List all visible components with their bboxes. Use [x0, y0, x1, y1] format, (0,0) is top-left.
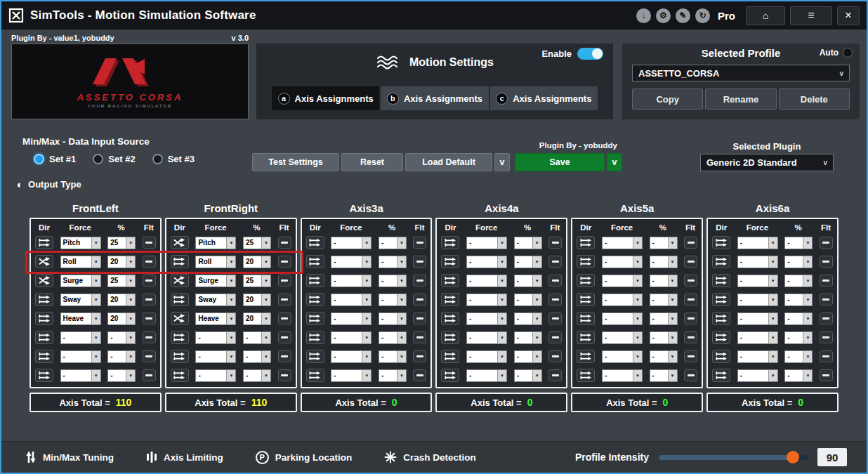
refresh-icon[interactable]: ↻	[695, 8, 710, 23]
force-select[interactable]: - ▼	[737, 294, 778, 306]
radio-icon[interactable]	[34, 154, 44, 164]
direction-toggle-button[interactable]	[441, 236, 459, 249]
force-select[interactable]: Pitch ▼	[195, 237, 236, 249]
force-select[interactable]: - ▼	[331, 312, 371, 325]
filter-button[interactable]	[278, 256, 291, 268]
force-select[interactable]: - ▼	[195, 331, 236, 344]
filter-button[interactable]	[278, 312, 291, 324]
direction-toggle-button[interactable]	[441, 293, 459, 306]
force-select[interactable]: - ▼	[737, 312, 778, 325]
percent-select[interactable]: - ▼	[784, 312, 813, 325]
filter-button[interactable]	[143, 256, 156, 268]
force-select[interactable]: - ▼	[466, 312, 507, 325]
auto-radio[interactable]	[843, 48, 853, 58]
direction-toggle-button[interactable]	[306, 331, 324, 344]
download-icon[interactable]: ↓	[636, 8, 651, 23]
filter-button[interactable]	[820, 237, 833, 249]
percent-select[interactable]: - ▼	[650, 294, 678, 306]
delete-button[interactable]: Delete	[779, 88, 850, 110]
rename-button[interactable]: Rename	[705, 88, 776, 110]
direction-toggle-button[interactable]	[35, 350, 53, 363]
filter-button[interactable]	[143, 312, 156, 324]
filter-button[interactable]	[548, 350, 562, 362]
radio-set-2[interactable]: Set #2	[93, 154, 135, 164]
force-select[interactable]: - ▼	[195, 350, 236, 363]
tab-axis-assignments-b[interactable]: b Axis Assignments	[381, 86, 488, 110]
force-select[interactable]: - ▼	[331, 294, 371, 306]
settings-icon[interactable]: ⚙	[656, 8, 671, 23]
force-select[interactable]: - ▼	[737, 350, 778, 363]
copy-button[interactable]: Copy	[632, 88, 703, 110]
filter-button[interactable]	[684, 369, 697, 381]
percent-select[interactable]: - ▼	[514, 350, 542, 363]
radio-icon[interactable]	[152, 154, 163, 164]
force-select[interactable]: Heave ▼	[60, 312, 101, 325]
force-select[interactable]: - ▼	[737, 275, 778, 287]
force-select[interactable]: Pitch ▼	[60, 237, 101, 249]
filter-button[interactable]	[548, 369, 562, 381]
filter-button[interactable]	[278, 237, 291, 249]
percent-select[interactable]: - ▼	[784, 369, 813, 382]
filter-button[interactable]	[413, 331, 426, 343]
filter-button[interactable]	[820, 294, 833, 305]
force-select[interactable]: - ▼	[466, 331, 507, 344]
force-select[interactable]: Surge ▼	[60, 275, 101, 287]
filter-button[interactable]	[278, 331, 291, 343]
direction-toggle-button[interactable]	[35, 293, 53, 306]
filter-button[interactable]	[548, 331, 562, 343]
force-select[interactable]: - ▼	[737, 256, 778, 268]
force-select[interactable]: - ▼	[331, 237, 371, 249]
direction-toggle-button[interactable]	[577, 274, 595, 287]
filter-button[interactable]	[820, 312, 833, 324]
direction-toggle-button[interactable]	[35, 331, 53, 344]
direction-toggle-button[interactable]	[577, 369, 595, 382]
direction-toggle-button[interactable]	[441, 350, 459, 363]
force-select[interactable]: - ▼	[466, 256, 507, 268]
direction-toggle-button[interactable]	[171, 331, 189, 344]
percent-select[interactable]: - ▼	[514, 275, 542, 287]
percent-select[interactable]: - ▼	[784, 350, 813, 363]
force-select[interactable]: - ▼	[60, 331, 101, 344]
filter-button[interactable]	[413, 237, 426, 249]
direction-toggle-button[interactable]	[171, 350, 189, 363]
direction-toggle-button[interactable]	[306, 312, 324, 325]
filter-button[interactable]	[548, 275, 562, 287]
direction-toggle-button[interactable]	[441, 255, 459, 268]
direction-toggle-button[interactable]	[577, 331, 595, 344]
edit-icon[interactable]: ✎	[676, 8, 690, 23]
filter-button[interactable]	[413, 312, 426, 324]
direction-toggle-button[interactable]	[35, 312, 53, 325]
force-select[interactable]: - ▼	[602, 256, 643, 268]
parking-location-button[interactable]: P Parking Location	[256, 451, 353, 464]
filter-button[interactable]	[548, 294, 562, 305]
filter-button[interactable]	[684, 331, 697, 343]
force-select[interactable]: Roll ▼	[60, 256, 101, 268]
direction-toggle-button[interactable]	[35, 236, 53, 249]
home-button[interactable]: ⌂	[746, 6, 785, 25]
filter-button[interactable]	[413, 294, 426, 305]
force-select[interactable]: - ▼	[331, 275, 371, 287]
force-select[interactable]: - ▼	[602, 312, 643, 325]
direction-toggle-button[interactable]	[441, 331, 459, 344]
percent-select[interactable]: - ▼	[650, 256, 678, 268]
filter-button[interactable]	[143, 331, 156, 343]
force-select[interactable]: - ▼	[331, 256, 371, 268]
direction-toggle-button[interactable]	[712, 331, 730, 344]
percent-select[interactable]: - ▼	[650, 312, 678, 325]
force-select[interactable]: Roll ▼	[195, 256, 236, 268]
direction-toggle-button[interactable]	[306, 293, 324, 306]
force-select[interactable]: Sway ▼	[195, 294, 236, 306]
percent-select[interactable]: - ▼	[514, 294, 542, 306]
profile-intensity-slider[interactable]	[659, 455, 808, 460]
filter-button[interactable]	[684, 294, 697, 305]
test-settings-button[interactable]: Test Settings	[252, 153, 339, 171]
percent-select[interactable]: - ▼	[650, 275, 678, 287]
percent-select[interactable]: 20 ▼	[243, 294, 271, 306]
percent-select[interactable]: - ▼	[514, 237, 542, 249]
force-select[interactable]: - ▼	[331, 369, 371, 382]
output-type-control[interactable]: ◐ Output Type	[17, 178, 81, 190]
percent-select[interactable]: - ▼	[784, 237, 813, 249]
direction-toggle-button[interactable]	[712, 274, 730, 287]
force-select[interactable]: Surge ▼	[195, 275, 236, 287]
direction-toggle-button[interactable]	[306, 369, 324, 382]
